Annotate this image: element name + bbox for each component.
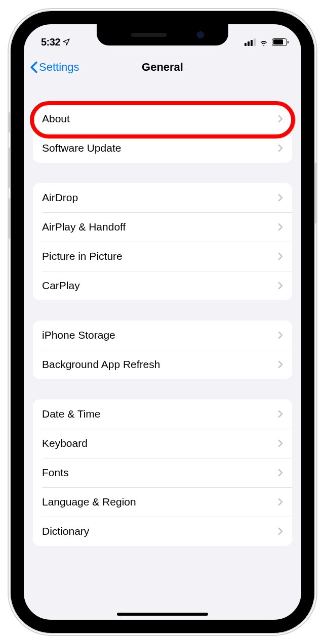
status-left: 5:32 xyxy=(41,36,70,48)
settings-group: About Software Update xyxy=(33,104,292,163)
status-time: 5:32 xyxy=(41,36,60,48)
chevron-right-icon xyxy=(278,439,283,447)
chevron-left-icon xyxy=(30,61,38,73)
settings-group: AirDrop AirPlay & Handoff Picture in Pic… xyxy=(33,183,292,300)
row-dictionary[interactable]: Dictionary xyxy=(33,517,292,546)
speaker-grille xyxy=(131,33,167,37)
row-label: Language & Region xyxy=(42,496,136,508)
row-label: AirDrop xyxy=(42,192,78,204)
row-background-app-refresh[interactable]: Background App Refresh xyxy=(33,350,292,379)
page-title: General xyxy=(142,61,183,74)
row-label: iPhone Storage xyxy=(42,329,115,341)
settings-group: Date & Time Keyboard Fonts Language & Re… xyxy=(33,399,292,546)
row-label: Dictionary xyxy=(42,525,89,537)
row-iphone-storage[interactable]: iPhone Storage xyxy=(33,320,292,350)
row-language-region[interactable]: Language & Region xyxy=(33,487,292,517)
wifi-icon xyxy=(259,38,269,46)
phone-frame: 5:32 Settings xyxy=(11,11,314,633)
location-icon xyxy=(62,38,70,46)
row-about[interactable]: About xyxy=(33,104,292,133)
row-fonts[interactable]: Fonts xyxy=(33,458,292,487)
chevron-right-icon xyxy=(278,410,283,418)
battery-icon xyxy=(272,38,287,46)
chevron-right-icon xyxy=(278,115,283,123)
chevron-right-icon xyxy=(278,498,283,506)
content-area[interactable]: About Software Update AirDrop AirPlay & … xyxy=(24,104,301,546)
mute-switch xyxy=(8,112,11,132)
settings-group: iPhone Storage Background App Refresh xyxy=(33,320,292,379)
volume-up-button xyxy=(8,148,11,188)
nav-bar: Settings General xyxy=(24,53,301,82)
chevron-right-icon xyxy=(278,282,283,290)
row-label: Software Update xyxy=(42,142,121,154)
status-right xyxy=(245,38,287,46)
side-button xyxy=(314,163,317,223)
home-indicator[interactable] xyxy=(117,613,208,616)
screen: 5:32 Settings xyxy=(18,18,307,626)
volume-down-button xyxy=(8,198,11,239)
chevron-right-icon xyxy=(278,194,283,202)
row-date-time[interactable]: Date & Time xyxy=(33,399,292,429)
row-keyboard[interactable]: Keyboard xyxy=(33,429,292,458)
chevron-right-icon xyxy=(278,360,283,369)
row-carplay[interactable]: CarPlay xyxy=(33,271,292,300)
row-label: About xyxy=(42,113,70,125)
row-airplay-handoff[interactable]: AirPlay & Handoff xyxy=(33,212,292,242)
cellular-icon xyxy=(245,38,256,46)
row-airdrop[interactable]: AirDrop xyxy=(33,183,292,212)
row-label: Background App Refresh xyxy=(42,358,160,371)
chevron-right-icon xyxy=(278,331,283,339)
chevron-right-icon xyxy=(278,252,283,260)
chevron-right-icon xyxy=(278,527,283,535)
row-label: Keyboard xyxy=(42,437,88,449)
front-camera xyxy=(197,31,204,38)
row-label: CarPlay xyxy=(42,280,80,292)
battery-fill xyxy=(273,39,283,44)
notch xyxy=(97,24,228,45)
chevron-right-icon xyxy=(278,144,283,152)
back-label: Settings xyxy=(39,61,79,74)
chevron-right-icon xyxy=(278,469,283,477)
row-label: Date & Time xyxy=(42,408,101,420)
row-picture-in-picture[interactable]: Picture in Picture xyxy=(33,242,292,271)
row-label: AirPlay & Handoff xyxy=(42,221,126,233)
row-software-update[interactable]: Software Update xyxy=(33,133,292,163)
row-label: Fonts xyxy=(42,467,69,479)
chevron-right-icon xyxy=(278,223,283,231)
back-button[interactable]: Settings xyxy=(30,61,79,74)
row-label: Picture in Picture xyxy=(42,250,123,262)
